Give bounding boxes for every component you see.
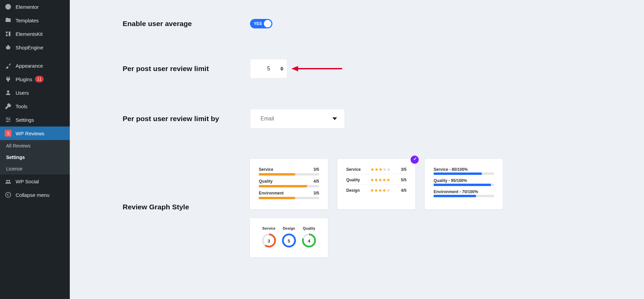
svg-point-4 [7,121,8,122]
star-rating: ★★★★★ [371,167,391,172]
svg-point-2 [6,117,7,118]
svg-point-3 [9,119,10,120]
bar-fg [434,172,482,175]
quantity-stepper [280,67,284,71]
user-icon [5,89,12,96]
sidebar-item-elementskit[interactable]: ElementsKit [0,27,70,41]
svg-point-6 [8,180,10,182]
toggle-knob [264,20,271,27]
bar-bg [434,195,494,197]
sidebar-item-label: WP Reviews [16,131,44,136]
wp-reviews-icon: ⣿ [5,130,12,137]
toggle-enable-user-average[interactable]: YES [250,19,272,28]
sidebar-item-label: WP Social [16,179,39,184]
sidebar-item-label: Elementor [16,4,39,10]
star-rating: ★★★★★ [370,188,391,193]
admin-sidebar: Elementor Templates ElementsKit ShopEngi… [0,0,70,299]
bar-fg [259,173,295,176]
people-icon [5,178,12,185]
gauge-service: Service 3 [262,226,276,251]
row-enable-user-average: Enable user average YES [123,19,624,28]
svg-point-7 [6,192,11,198]
sidebar-item-label: Plugins [16,76,32,82]
bar-bg [434,172,494,175]
submenu-item-settings[interactable]: Settings [0,152,70,163]
sidebar-item-templates[interactable]: Templates [0,14,70,27]
sidebar-item-plugins[interactable]: Plugins 11 [0,72,70,86]
folder-icon [5,17,12,24]
sidebar-item-shopengine[interactable]: ShopEngine [0,41,70,54]
select-value: Email [261,116,274,122]
graph-style-option-stars[interactable]: Service ★★★★★ 3/5 Quality ★★★★★ 5/5 Desi… [337,159,415,209]
brush-icon [5,62,12,69]
star-rating: ★★★★★ [370,178,391,182]
sidebar-item-users[interactable]: Users [0,86,70,99]
sidebar-item-settings[interactable]: Settings [0,113,70,127]
sidebar-item-wp-reviews[interactable]: ⣿ WP Reviews [0,127,70,140]
graph-style-option-bars-orange[interactable]: Service3/5 Quality4/5 Environment3/5 [250,159,328,209]
separator [0,54,70,59]
bar-fg [434,184,491,186]
wrench-icon [5,103,12,110]
svg-point-5 [6,180,8,182]
row-review-limit: Per post user review limit 5 [123,59,624,78]
bar-bg [259,197,319,199]
plug-icon [5,76,12,83]
gauge-quality: Quality 4 [302,226,316,251]
wp-reviews-submenu: All Reviews Settings License [0,140,70,175]
svg-point-1 [7,90,9,93]
sidebar-item-collapse[interactable]: Collapse menu [0,188,70,202]
elementor-icon [5,3,12,10]
sidebar-item-label: Tools [16,104,27,109]
sidebar-item-label: ElementsKit [16,31,43,37]
step-down-button[interactable] [280,69,284,71]
bar-bg [259,173,319,176]
sidebar-item-elementor[interactable]: Elementor [0,0,70,14]
field-label: Per post user review limit [123,65,250,73]
annotation-arrow [291,65,342,73]
review-limit-by-select[interactable]: Email [250,109,345,129]
sidebar-item-label: Settings [16,117,34,123]
submenu-item-all-reviews[interactable]: All Reviews [0,140,70,152]
bar-fg [259,197,295,199]
submenu-item-license[interactable]: License [0,163,70,175]
graph-style-option-gauges[interactable]: Service 3 Design 5 [250,218,328,257]
review-limit-input[interactable]: 5 [250,59,287,78]
sidebar-item-label: Users [16,90,29,96]
chevron-down-icon [332,117,337,120]
graph-style-options: Service3/5 Quality4/5 Environment3/5 Ser… [250,159,503,257]
sidebar-item-label: Collapse menu [16,192,49,198]
sliders-icon [5,116,12,123]
svg-point-0 [5,4,11,10]
toggle-text: YES [254,21,262,26]
sidebar-item-appearance[interactable]: Appearance [0,59,70,72]
sidebar-item-tools[interactable]: Tools [0,99,70,113]
elementskit-icon [5,30,12,37]
update-count-badge: 11 [35,76,43,83]
sidebar-item-wp-social[interactable]: WP Social [0,175,70,188]
basket-icon [5,44,12,51]
gauge-design: Design 5 [282,226,296,251]
step-up-button[interactable] [280,67,284,69]
sidebar-item-label: ShopEngine [16,45,43,50]
review-limit-value: 5 [267,66,270,72]
graph-style-option-bars-blue[interactable]: Service - 80/100% Quality - 95/100% Envi… [425,159,503,209]
bar-bg [259,185,319,187]
sidebar-item-label: Templates [16,18,39,23]
field-label: Enable user average [123,20,250,28]
field-label: Per post user review limit by [123,115,250,123]
row-graph-style: Review Graph Style Service3/5 Quality4/5… [123,159,624,257]
bar-fg [259,185,307,187]
settings-panel: Enable user average YES Per post user re… [70,0,644,299]
bar-bg [434,184,494,186]
row-review-limit-by: Per post user review limit by Email [123,109,624,129]
sidebar-item-label: Appearance [16,63,43,69]
field-label: Review Graph Style [123,159,250,211]
svg-marker-9 [291,66,298,71]
bar-fg [434,195,476,197]
collapse-icon [5,191,12,198]
